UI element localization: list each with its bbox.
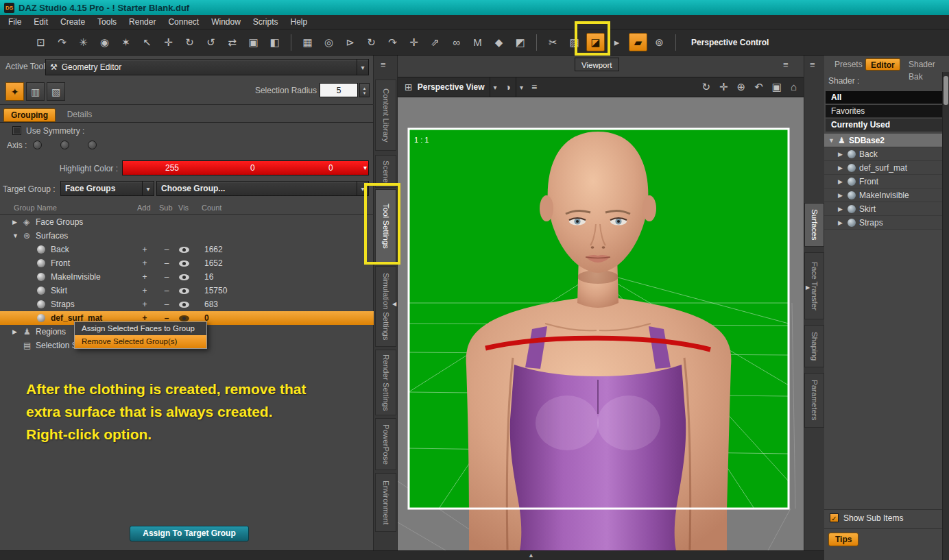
col-sub[interactable]: Sub: [159, 204, 173, 212]
filter-all[interactable]: All: [826, 91, 942, 104]
spin-down-icon[interactable]: ▾: [363, 90, 366, 95]
zoom-camera-icon[interactable]: ⊕: [737, 81, 746, 93]
surface-item-front[interactable]: ▶ Front: [824, 175, 942, 188]
cursor-tool-icon[interactable]: ↖: [138, 33, 156, 51]
orbit-camera-icon[interactable]: ↻: [701, 81, 710, 93]
expand-up-icon[interactable]: ▲: [528, 552, 534, 559]
menu-item-remove-group[interactable]: Remove Selected Group(s): [75, 335, 206, 348]
collapse-left-icon[interactable]: ◀: [392, 301, 396, 307]
pane-menu-icon[interactable]: ≡: [810, 60, 815, 70]
add-faces-button[interactable]: +: [139, 245, 151, 254]
dock-tab-scene[interactable]: Scene: [375, 155, 396, 188]
menu-connect[interactable]: Connect: [163, 16, 204, 27]
selection-radius-input[interactable]: [320, 83, 358, 97]
tree-row-back[interactable]: Back + – 1662: [0, 243, 374, 256]
tab-editor[interactable]: Editor: [865, 58, 900, 71]
surface-tree-root[interactable]: ▼ ♟ SDBase2: [824, 134, 942, 147]
visibility-eye-icon[interactable]: [179, 260, 189, 267]
filter-currently-used[interactable]: Currently Used: [826, 119, 942, 132]
translate-cube-icon[interactable]: ⇄: [223, 33, 241, 51]
measure-tool-icon[interactable]: M: [468, 33, 487, 51]
camera-tool-icon[interactable]: ⊚: [650, 33, 669, 51]
world-cube-icon[interactable]: ◧: [265, 33, 284, 51]
axis-radio-1[interactable]: [33, 141, 42, 149]
rotate-tool-icon[interactable]: ↻: [362, 33, 381, 51]
tab-grouping[interactable]: Grouping: [3, 108, 56, 122]
sphere-view-icon[interactable]: ◎: [320, 33, 338, 51]
use-symmetry-checkbox[interactable]: [12, 126, 21, 135]
reset-camera-icon[interactable]: ↶: [754, 81, 763, 93]
lasso-select-button[interactable]: ▧: [47, 82, 65, 101]
wand-tool-icon[interactable]: ✶: [117, 33, 135, 51]
menu-file[interactable]: File: [3, 16, 27, 27]
figure-pair-icon[interactable]: ◩: [511, 33, 529, 51]
tree-closed-icon[interactable]: ▶: [12, 219, 17, 226]
view-selector[interactable]: Perspective View: [418, 82, 485, 92]
subtract-faces-button[interactable]: –: [160, 258, 173, 268]
pose-tool-icon[interactable]: ↷: [53, 33, 71, 51]
col-add[interactable]: Add: [137, 204, 151, 212]
pane-menu-icon[interactable]: ≡: [381, 60, 386, 70]
active-tool-dropdown[interactable]: ⚒ Geometry Editor ▾: [45, 59, 369, 75]
hatch-tool-icon[interactable]: ▨: [565, 33, 584, 51]
tree-closed-icon[interactable]: ▶: [838, 151, 843, 158]
rotate-cube-icon[interactable]: ↻: [180, 33, 199, 51]
surface-selection-icon[interactable]: ▰: [629, 33, 647, 51]
menu-item-assign-faces[interactable]: Assign Selected Faces to Group: [75, 322, 206, 335]
menu-window[interactable]: Window: [206, 16, 246, 27]
spark-tool-icon[interactable]: ✳: [74, 33, 93, 51]
col-count[interactable]: Count: [202, 204, 221, 212]
tree-row-straps[interactable]: Straps + – 683: [0, 297, 374, 311]
collapse-right-icon[interactable]: ▶: [806, 284, 810, 291]
add-faces-button[interactable]: +: [139, 258, 151, 268]
spin-up-icon[interactable]: ▴: [363, 86, 366, 90]
filter-favorites[interactable]: Favorites: [826, 105, 942, 118]
surface-item-skirt[interactable]: ▶ Skirt: [824, 202, 942, 216]
select-arrow-icon[interactable]: ⊳: [341, 33, 359, 51]
home-camera-icon[interactable]: ⌂: [791, 81, 797, 93]
axis-radio-3[interactable]: [88, 141, 97, 149]
choose-group-dropdown[interactable]: Choose Group... ▾: [156, 181, 369, 196]
tree-row-surfaces[interactable]: ▼ ⊛ Surfaces: [0, 229, 374, 243]
dock-tab-tool-settings[interactable]: Tool Settings: [375, 189, 396, 263]
tree-closed-icon[interactable]: ▶: [838, 178, 843, 185]
scrollbar-thumb[interactable]: [944, 76, 948, 105]
tree-closed-icon[interactable]: ▶: [12, 328, 17, 335]
scrollbar[interactable]: [942, 72, 949, 560]
dock-tab-shaping[interactable]: Shaping: [804, 325, 824, 367]
viewport-3d-scene[interactable]: 1 : 1: [398, 97, 804, 550]
geometry-editor-icon[interactable]: ◪: [586, 33, 605, 51]
tree-closed-icon[interactable]: ▶: [838, 192, 843, 199]
subtract-faces-button[interactable]: –: [160, 300, 173, 309]
tree-row-skirt[interactable]: Skirt + – 15750: [0, 284, 374, 297]
chevron-down-icon[interactable]: ▾: [363, 164, 367, 171]
surface-item-makeinvisible[interactable]: ▶ MakeInvisible: [824, 188, 942, 202]
dock-tab-environment[interactable]: Environment: [375, 473, 396, 532]
menu-render[interactable]: Render: [123, 16, 161, 27]
menu-scripts[interactable]: Scripts: [248, 16, 284, 27]
subtract-faces-button[interactable]: –: [160, 286, 173, 295]
tree-open-icon[interactable]: ▼: [12, 232, 19, 239]
geoshell-tool-icon[interactable]: ◉: [95, 33, 114, 51]
menu-help[interactable]: Help: [285, 16, 313, 27]
orbit-cube-icon[interactable]: ↺: [202, 33, 220, 51]
show-sub-items-checkbox[interactable]: ✓: [830, 513, 839, 522]
surface-item-back[interactable]: ▶ Back: [824, 147, 942, 161]
axis-cube-icon[interactable]: ▣: [244, 33, 263, 51]
tab-presets[interactable]: Presets: [830, 58, 867, 71]
dock-tab-powerpose[interactable]: PowerPose: [375, 418, 396, 470]
surface-item-straps[interactable]: ▶ Straps: [824, 216, 942, 230]
add-faces-button[interactable]: +: [139, 286, 151, 295]
assign-to-target-group-button[interactable]: Assign To Target Group: [130, 526, 249, 541]
radius-stepper[interactable]: ▴ ▾: [359, 83, 370, 97]
col-group-name[interactable]: Group Name: [14, 204, 57, 212]
surface-item-def-surf-mat[interactable]: ▶ def_surf_mat: [824, 161, 942, 175]
tree-row-face-groups[interactable]: ▶ ◈ Face Groups: [0, 215, 374, 229]
visibility-eye-icon[interactable]: [179, 274, 189, 280]
link-tool-icon[interactable]: ∞: [447, 33, 466, 51]
tree-closed-icon[interactable]: ▶: [838, 165, 843, 171]
chevron-down-icon[interactable]: ▾: [142, 182, 154, 195]
add-faces-button[interactable]: +: [139, 300, 151, 309]
tree-row-makeinvisible[interactable]: MakeInvisible + – 16: [0, 270, 374, 284]
target-group-dropdown[interactable]: Face Groups ▾: [60, 181, 154, 196]
